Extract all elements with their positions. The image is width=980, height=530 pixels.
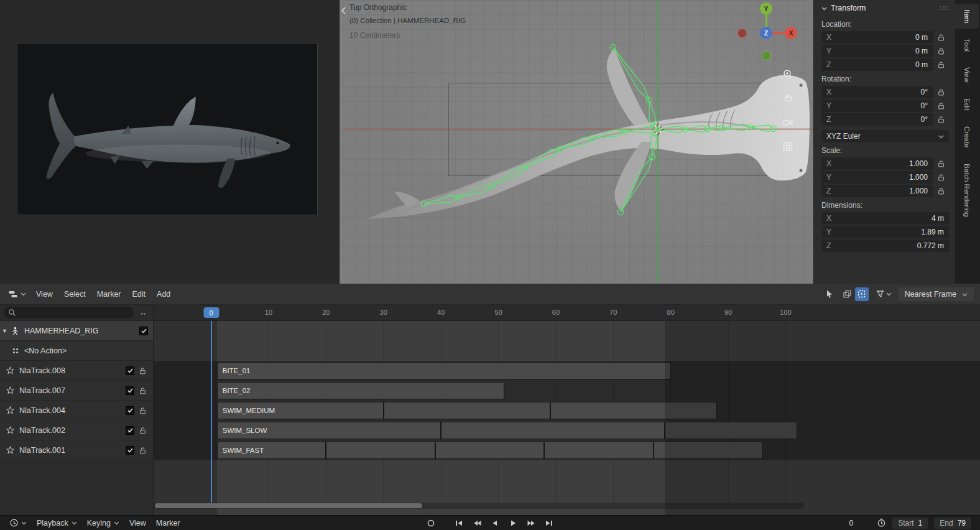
nla-strip[interactable] (435, 442, 545, 459)
frame-end-field[interactable]: End 79 (934, 518, 971, 529)
playhead-line[interactable] (211, 321, 212, 503)
transform-field-z[interactable]: Z0.772 m (821, 239, 949, 252)
nla-strip[interactable] (326, 442, 435, 459)
grip-icon[interactable] (939, 4, 949, 12)
transform-field-x[interactable]: X0 m (821, 31, 933, 44)
lock-open-icon[interactable] (933, 160, 949, 167)
channel-nlatrack-007[interactable]: NlaTrack.007 (0, 381, 153, 401)
transform-field-y[interactable]: Y0 m (821, 45, 933, 57)
only-selected-icon[interactable] (855, 287, 869, 301)
transform-field-z[interactable]: Z0 m (821, 58, 933, 71)
nla-menu-view[interactable]: View (30, 284, 58, 305)
navigation-gizmo[interactable]: Y X Z (735, 1, 800, 63)
lock-open-icon[interactable] (933, 187, 949, 195)
tab-item[interactable]: Item (955, 4, 979, 29)
expand-width-icon[interactable]: ↔ (137, 308, 149, 317)
play-reverse-button[interactable] (487, 518, 503, 529)
current-frame-display[interactable]: 0 (828, 519, 853, 528)
channel-nlatrack-001[interactable]: NlaTrack.001 (0, 440, 153, 460)
nla-strip[interactable] (665, 422, 797, 439)
lock-open-icon[interactable] (933, 88, 949, 96)
solo-star-icon[interactable] (4, 386, 16, 394)
show-hidden-icon[interactable] (841, 287, 854, 301)
next-keyframe-button[interactable] (523, 518, 539, 529)
lock-open-icon[interactable] (137, 407, 148, 414)
statusbar-menu-view[interactable]: View (124, 516, 151, 530)
nla-strip[interactable]: SWIM_SLOW (217, 422, 441, 439)
nla-strip[interactable] (384, 402, 550, 419)
lock-open-icon[interactable] (137, 427, 148, 434)
auto-key-record-button[interactable] (423, 518, 439, 529)
channel-hammerhead-rig[interactable]: ▼HAMMERHEAD_RIG (0, 321, 153, 341)
lock-open-icon[interactable] (933, 102, 949, 109)
mute-checkbox[interactable] (126, 426, 134, 435)
mute-checkbox[interactable] (126, 406, 134, 415)
lock-open-icon[interactable] (137, 367, 148, 374)
solo-star-icon[interactable] (4, 446, 16, 454)
editor-type-button[interactable] (4, 287, 30, 301)
gizmo-axis-neg-y[interactable] (762, 51, 771, 60)
gizmo-axis-y[interactable]: Y (760, 2, 772, 15)
gizmo-axis-z[interactable]: Z (760, 27, 772, 39)
panel-title[interactable]: Transform (831, 4, 866, 12)
mute-checkbox[interactable] (126, 446, 134, 455)
nla-menu-add[interactable]: Add (151, 284, 176, 305)
statusbar-menu-playback[interactable]: Playback (32, 516, 82, 530)
timeline-ruler[interactable]: 0 102030405060708090100 (154, 305, 980, 321)
nla-menu-edit[interactable]: Edit (127, 284, 152, 305)
tab-tool[interactable]: Tool (955, 33, 979, 57)
enable-checkbox[interactable] (139, 327, 148, 335)
lock-open-icon[interactable] (137, 447, 148, 454)
nla-menu-marker[interactable]: Marker (91, 284, 127, 305)
solo-star-icon[interactable] (4, 406, 16, 414)
lock-open-icon[interactable] (933, 61, 949, 68)
tab-create[interactable]: Create (955, 121, 979, 154)
scrollbar-thumb[interactable] (155, 503, 422, 508)
region-collapse-arrow[interactable] (340, 5, 347, 16)
transform-field-x[interactable]: X4 m (821, 212, 949, 225)
nla-strip[interactable]: BITE_01 (217, 362, 671, 379)
frame-start-field[interactable]: Start 1 (892, 518, 928, 529)
lock-open-icon[interactable] (933, 47, 949, 55)
transform-field-z[interactable]: Z0° (821, 113, 933, 126)
lock-open-icon[interactable] (933, 34, 949, 41)
tab-view[interactable]: View (955, 62, 979, 88)
channel-nlatrack-004[interactable]: NlaTrack.004 (0, 401, 153, 421)
previous-keyframe-button[interactable] (469, 518, 485, 529)
snap-mode-dropdown[interactable]: Nearest Frame (899, 287, 974, 301)
cursor-select-icon[interactable] (823, 287, 836, 301)
playhead-badge[interactable]: 0 (203, 307, 219, 318)
mute-checkbox[interactable] (126, 386, 134, 395)
lock-open-icon[interactable] (933, 116, 949, 123)
gizmo-axis-x[interactable]: X (785, 27, 797, 39)
pan-hand-icon[interactable] (780, 90, 796, 106)
rotation-mode-dropdown[interactable]: XYZ Euler (821, 130, 949, 142)
disclosure-triangle-icon[interactable]: ▼ (0, 328, 9, 334)
viewport-3d[interactable]: Top Orthographic (0) Collection | HAMMER… (340, 0, 813, 284)
transform-field-x[interactable]: X0° (821, 86, 933, 98)
grid-icon[interactable] (780, 139, 796, 155)
nla-strip[interactable] (654, 442, 763, 459)
jump-to-start-button[interactable] (451, 518, 467, 529)
transform-field-x[interactable]: X1.000 (821, 157, 933, 170)
solo-star-icon[interactable] (4, 366, 16, 374)
editor-type-button[interactable] (5, 516, 31, 529)
play-button[interactable] (505, 518, 521, 529)
filter-funnel-icon[interactable] (873, 287, 894, 301)
nla-strip[interactable]: SWIM_FAST (217, 442, 326, 459)
render-preview-panel[interactable] (0, 0, 340, 284)
tab-edit[interactable]: Edit (955, 93, 979, 116)
transform-field-z[interactable]: Z1.000 (821, 185, 933, 197)
camera-icon[interactable] (780, 114, 796, 131)
transform-field-y[interactable]: Y1.000 (821, 171, 933, 184)
channel-nlatrack-008[interactable]: NlaTrack.008 (0, 361, 153, 381)
channel-no-action[interactable]: <No Action> (0, 341, 153, 361)
gizmo-axis-neg-x[interactable] (737, 29, 747, 38)
horizontal-scrollbar[interactable] (154, 503, 804, 509)
transform-field-y[interactable]: Y0° (821, 100, 933, 112)
statusbar-menu-marker[interactable]: Marker (151, 516, 185, 530)
lock-open-icon[interactable] (933, 174, 949, 181)
transform-field-y[interactable]: Y1.89 m (821, 226, 949, 238)
tab-batch-rendering[interactable]: Batch Rendering (955, 158, 979, 223)
statusbar-menu-keying[interactable]: Keying (82, 516, 124, 530)
